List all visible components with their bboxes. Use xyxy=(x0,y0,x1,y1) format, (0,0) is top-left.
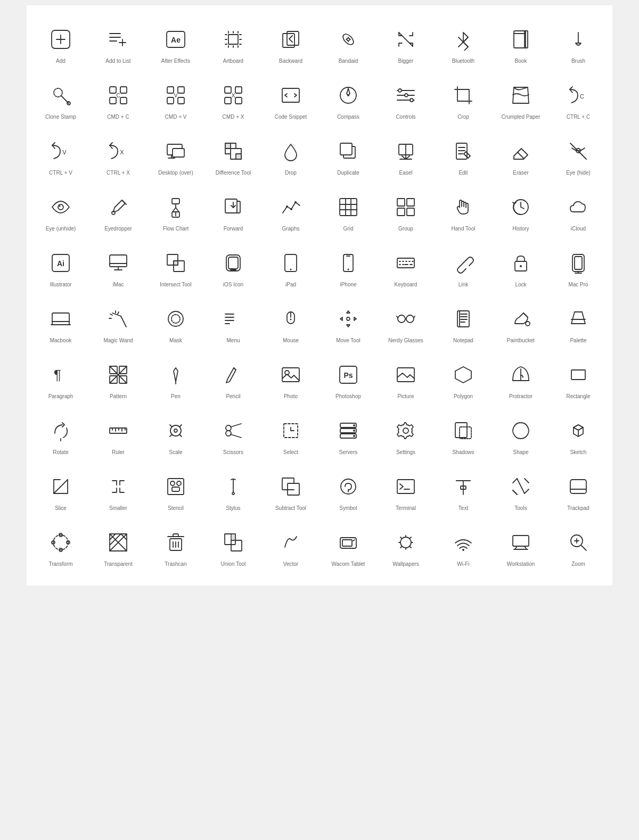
icon-cell-terminal[interactable]: Terminal xyxy=(377,463,435,519)
icon-cell-graphs[interactable]: Graphs xyxy=(262,184,320,240)
icon-cell-servers[interactable]: Servers xyxy=(320,407,377,463)
icon-cell-pen[interactable]: Pen xyxy=(147,351,204,407)
icon-cell-slice[interactable]: Slice xyxy=(32,463,89,519)
icon-cell-macbook[interactable]: Macbook xyxy=(32,295,89,351)
icon-cell-ctrl-v[interactable]: VCTRL + V xyxy=(32,128,89,184)
icon-cell-magic-wand[interactable]: Magic Wand xyxy=(89,295,147,351)
icon-cell-easel[interactable]: Easel xyxy=(377,128,435,184)
icon-cell-iphone[interactable]: iPhone xyxy=(320,240,377,295)
icon-cell-sketch[interactable]: Sketch xyxy=(550,407,607,463)
icon-cell-transform[interactable]: Transform xyxy=(32,519,89,575)
icon-cell-keyboard[interactable]: Keyboard xyxy=(377,240,435,295)
icon-cell-cmd-c[interactable]: CCMD + C xyxy=(89,72,147,128)
icon-cell-smaller[interactable]: Smaller xyxy=(89,463,147,519)
icon-cell-paintbucket[interactable]: Paintbucket xyxy=(492,295,550,351)
icon-cell-symbol[interactable]: Symbol xyxy=(320,463,377,519)
icon-cell-picture[interactable]: Picture xyxy=(377,351,435,407)
icon-cell-hand-tool[interactable]: Hand Tool xyxy=(435,184,492,240)
icon-cell-mask[interactable]: Mask xyxy=(147,295,204,351)
icon-cell-nerdy-glasses[interactable]: Nerdy Glasses xyxy=(377,295,435,351)
icon-cell-drop[interactable]: Drop xyxy=(262,128,320,184)
icon-cell-ios-icon[interactable]: iOS Icon xyxy=(204,240,262,295)
icon-cell-illustrator[interactable]: AiIllustrator xyxy=(32,240,89,295)
icon-cell-polygon[interactable]: Polygon xyxy=(435,351,492,407)
icon-cell-ctrl-x[interactable]: XCTRL + X xyxy=(89,128,147,184)
icon-cell-menu[interactable]: Menu xyxy=(204,295,262,351)
icon-cell-duplicate[interactable]: Duplicate xyxy=(320,128,377,184)
icon-cell-photoshop[interactable]: PsPhotoshop xyxy=(320,351,377,407)
icon-cell-text[interactable]: Text xyxy=(435,463,492,519)
icon-cell-eyedropper[interactable]: Eyedropper xyxy=(89,184,147,240)
icon-cell-eye-hide[interactable]: Eye (hide) xyxy=(550,128,607,184)
icon-cell-flow-chart[interactable]: Flow Chart xyxy=(147,184,204,240)
icon-cell-code-snippet[interactable]: Code Snippet xyxy=(262,72,320,128)
icon-cell-mac-pro[interactable]: Mac Pro xyxy=(550,240,607,295)
icon-cell-union-tool[interactable]: Union Tool xyxy=(204,519,262,575)
icon-cell-bandaid[interactable]: Bandaid xyxy=(320,16,377,72)
icon-cell-group[interactable]: Group xyxy=(377,184,435,240)
icon-cell-shadows[interactable]: Shadows xyxy=(435,407,492,463)
icon-cell-stencil[interactable]: Stencil xyxy=(147,463,204,519)
icon-cell-move-tool[interactable]: Move Tool xyxy=(320,295,377,351)
icon-cell-desktop-over[interactable]: Desktop (over) xyxy=(147,128,204,184)
icon-cell-cmd-v[interactable]: VCMD + V xyxy=(147,72,204,128)
icon-cell-difference-tool[interactable]: Difference Tool xyxy=(204,128,262,184)
icon-cell-transparent[interactable]: Transparent xyxy=(89,519,147,575)
icon-cell-zoom[interactable]: Zoom xyxy=(550,519,607,575)
icon-cell-compass[interactable]: Compass xyxy=(320,72,377,128)
icon-cell-trashcan[interactable]: Trashcan xyxy=(147,519,204,575)
icon-cell-stylus[interactable]: Stylus xyxy=(204,463,262,519)
icon-cell-ipad[interactable]: iPad xyxy=(262,240,320,295)
icon-cell-rectangle[interactable]: Rectangle xyxy=(550,351,607,407)
icon-cell-subtract-tool[interactable]: Subtract Tool xyxy=(262,463,320,519)
icon-cell-cmd-x[interactable]: XCMD + X xyxy=(204,72,262,128)
icon-cell-trackpad[interactable]: Trackpad xyxy=(550,463,607,519)
icon-cell-book[interactable]: Book xyxy=(492,16,550,72)
icon-cell-wacom-tablet[interactable]: Wacom Tablet xyxy=(320,519,377,575)
icon-cell-backward[interactable]: Backward xyxy=(262,16,320,72)
icon-cell-imac[interactable]: iMac xyxy=(89,240,147,295)
icon-cell-settings[interactable]: Settings xyxy=(377,407,435,463)
icon-cell-workstation[interactable]: Workstation xyxy=(492,519,550,575)
icon-cell-grid[interactable]: Grid xyxy=(320,184,377,240)
icon-cell-pencil[interactable]: Pencil xyxy=(204,351,262,407)
icon-cell-brush[interactable]: Brush xyxy=(550,16,607,72)
icon-cell-pattern[interactable]: Pattern xyxy=(89,351,147,407)
icon-cell-crumpled-paper[interactable]: Crumpled Paper xyxy=(492,72,550,128)
icon-cell-controls[interactable]: Controls xyxy=(377,72,435,128)
icon-cell-vector[interactable]: Vector xyxy=(262,519,320,575)
icon-cell-photo[interactable]: Photo xyxy=(262,351,320,407)
icon-cell-wallpapers[interactable]: Wallpapers xyxy=(377,519,435,575)
icon-cell-eraser[interactable]: Eraser xyxy=(492,128,550,184)
icon-cell-notepad[interactable]: Notepad xyxy=(435,295,492,351)
icon-cell-wifi[interactable]: Wi-Fi xyxy=(435,519,492,575)
icon-cell-shape[interactable]: Shape xyxy=(492,407,550,463)
icon-cell-paragraph[interactable]: ¶Paragraph xyxy=(32,351,89,407)
icon-cell-history[interactable]: History xyxy=(492,184,550,240)
icon-cell-icloud[interactable]: iCloud xyxy=(550,184,607,240)
icon-cell-bigger[interactable]: Bigger xyxy=(377,16,435,72)
icon-cell-mouse[interactable]: Mouse xyxy=(262,295,320,351)
icon-cell-link[interactable]: Link xyxy=(435,240,492,295)
icon-cell-select[interactable]: Select xyxy=(262,407,320,463)
icon-cell-edit[interactable]: Edit xyxy=(435,128,492,184)
icon-cell-ruler[interactable]: Ruler xyxy=(89,407,147,463)
icon-cell-eye-unhide[interactable]: Eye (unhide) xyxy=(32,184,89,240)
icon-cell-tools[interactable]: Tools xyxy=(492,463,550,519)
icon-cell-intersect-tool[interactable]: Intersect Tool xyxy=(147,240,204,295)
icon-cell-scissors[interactable]: Scissors xyxy=(204,407,262,463)
icon-cell-ctrl-c[interactable]: CCTRL + C xyxy=(550,72,607,128)
icon-cell-crop[interactable]: Crop xyxy=(435,72,492,128)
icon-cell-after-effects[interactable]: AeAfter Effects xyxy=(147,16,204,72)
icon-cell-artboard[interactable]: Artboard xyxy=(204,16,262,72)
icon-cell-lock[interactable]: Lock xyxy=(492,240,550,295)
icon-cell-add-to-list[interactable]: Add to List xyxy=(89,16,147,72)
icon-cell-protractor[interactable]: Protractor xyxy=(492,351,550,407)
icon-cell-rotate[interactable]: Rotate xyxy=(32,407,89,463)
icon-cell-scale[interactable]: Scale xyxy=(147,407,204,463)
icon-cell-add[interactable]: Add xyxy=(32,16,89,72)
icon-cell-bluetooth[interactable]: Bluetooth xyxy=(435,16,492,72)
icon-cell-clone-stamp[interactable]: Clone Stamp xyxy=(32,72,89,128)
icon-cell-forward[interactable]: Forward xyxy=(204,184,262,240)
icon-cell-palette[interactable]: Palette xyxy=(550,295,607,351)
